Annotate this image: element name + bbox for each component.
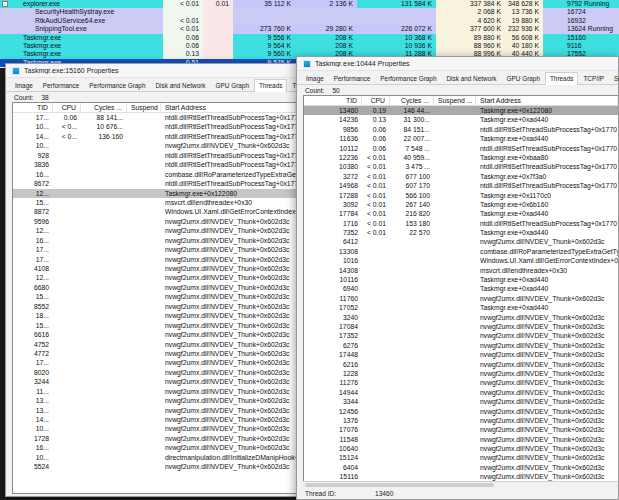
thread-row[interactable]: 11... nvwgf2umx.dll!NVDEV_Thunk+0x602d3c [13, 387, 296, 396]
thread-row[interactable]: 16... nvwgf2umx.dll!NVDEV_Thunk+0x602d3c [13, 443, 296, 452]
thread-row[interactable]: 17... nvwgf2umx.dll!NVDEV_Thunk+0x602d3c [13, 255, 296, 264]
thread-row[interactable]: 11276 nvwgf2umx.dll!NVDEV_Thunk+0x602d3c [304, 378, 618, 387]
right-window-titlebar[interactable]: Taskmgr.exe:10444 Properties [297, 57, 618, 71]
thread-row[interactable]: 1376 nvwgf2umx.dll!NVDEV_Thunk+0x602d3c [304, 416, 618, 425]
column-header-cycles[interactable]: Cycles ... [390, 96, 434, 105]
thread-row[interactable]: 15... msvcrt.dll!endthreadex+0x30 [13, 198, 296, 207]
process-row[interactable]: - Taskmgr.exe 0.06 9 556 K 208 K 10 368 … [0, 34, 619, 42]
column-header-tid[interactable]: TID [304, 96, 362, 105]
thread-row[interactable]: 10380 < 0.01 3 475 ... ntdll.dll!RtlSetT… [304, 162, 618, 171]
thread-row[interactable]: 928 ntdll.dll!RtlSetThreadSubProcessTag+… [13, 151, 296, 160]
thread-row[interactable]: 4772 nvwgf2umx.dll!NVDEV_Thunk+0x602d3c [13, 349, 296, 358]
process-row[interactable]: - explorer.exe < 0.01 0.01 35 112 K 2 13… [0, 0, 619, 8]
column-header-cpu[interactable]: CPU [362, 96, 390, 105]
thread-row[interactable]: 4108 nvwgf2umx.dll!NVDEV_Thunk+0x602d3c [13, 264, 296, 273]
thread-row[interactable]: 3272 < 0.01 677 100 Taskmgr.exe+0x7f3a0 [304, 172, 618, 181]
thread-row[interactable]: 17448 nvwgf2umx.dll!NVDEV_Thunk+0x602d3c [304, 350, 618, 359]
process-row[interactable]: - SnippingTool.exe < 0.01 273 760 K 29 2… [0, 25, 619, 33]
column-header-suspend[interactable]: Suspend ... [434, 96, 476, 105]
process-row[interactable]: - Taskmgr.exe 0.06 9 564 K 208 K 10 936 … [0, 42, 619, 50]
tab-security[interactable]: Security [609, 72, 619, 85]
thread-row[interactable]: 10112 0.06 7 548 ... ntdll.dll!RtlSetThr… [304, 144, 618, 153]
thread-row[interactable]: 14308 msvcrt.dll!endthreadex+0x30 [304, 266, 618, 275]
tab-gpu-graph[interactable]: GPU Graph [211, 79, 254, 92]
column-header-start-address[interactable]: Start Address [476, 96, 618, 105]
thread-row[interactable]: 1716 < 0.01 153 180 ntdll.dll!RtlSetThre… [304, 219, 618, 228]
thread-row[interactable]: 16... combase.dll!RoParameterizedTypeExt… [13, 170, 296, 179]
tab-gpu-graph[interactable]: GPU Graph [502, 72, 545, 85]
thread-row[interactable]: 17... 0.06 88 141... ntdll.dll!RtlSetThr… [13, 113, 296, 122]
column-header-start-address[interactable]: Start Address [161, 103, 296, 112]
left-window-titlebar[interactable]: Taskmgr.exe:15160 Properties [6, 64, 301, 78]
thread-row[interactable]: 4752 nvwgf2umx.dll!NVDEV_Thunk+0x602d3c [13, 340, 296, 349]
column-header-suspend[interactable]: Suspend ... [127, 103, 161, 112]
thread-row[interactable]: 12... Taskmgr.exe+0x122080 [13, 189, 296, 198]
thread-row[interactable]: 14944 nvwgf2umx.dll!NVDEV_Thunk+0x602d3c [304, 388, 618, 397]
tab-tcp-ip[interactable]: TCP/IP [578, 72, 609, 85]
thread-row[interactable]: 13... nvwgf2umx.dll!NVDEV_Thunk+0x602d3c [13, 406, 296, 415]
thread-row[interactable]: 1728 nvwgf2umx.dll!NVDEV_Thunk+0x602d3c [13, 434, 296, 443]
thread-row[interactable]: 15... nvwgf2umx.dll!NVDEV_Thunk+0x602d3c [13, 292, 296, 301]
thread-row[interactable]: 1016 Windows.UI.Xaml.dll!GetErrorContext… [304, 256, 618, 265]
thread-row[interactable]: 8020 nvwgf2umx.dll!NVDEV_Thunk+0x602d3c [13, 368, 296, 377]
thread-row[interactable]: 9856 0.06 84 151... ntdll.dll!RtlSetThre… [304, 125, 618, 134]
thread-row[interactable]: 14... < 0... 136 160 ntdll.dll!RtlSetThr… [13, 132, 296, 141]
thread-row[interactable]: 12236 < 0.01 40 959... Taskmgr.exe+0xbaa… [304, 153, 618, 162]
column-header-cycles[interactable]: Cycles ... [81, 103, 127, 112]
tab-threads[interactable]: Threads [254, 79, 287, 93]
thread-row[interactable]: 15... nvwgf2umx.dll!NVDEV_Thunk+0x602d3c [13, 321, 296, 330]
thread-row[interactable]: 16... nvwgf2umx.dll!NVDEV_Thunk+0x602d3c [13, 236, 296, 245]
thread-row[interactable]: 17... nvwgf2umx.dll!NVDEV_Thunk+0x602d3c [13, 245, 296, 254]
thread-row[interactable]: 8872 Windows.UI.Xaml.dll!GetErrorContext… [13, 207, 296, 216]
scrollbar-thumb[interactable] [305, 483, 494, 487]
column-header-cpu[interactable]: CPU [53, 103, 81, 112]
thread-row[interactable]: 10... nvwgf2umx.dll!NVDEV_Thunk+0x602d3c [13, 424, 296, 433]
thread-row[interactable]: 14968 < 0.01 607 170 ntdll.dll!RtlSetThr… [304, 181, 618, 190]
thread-row[interactable]: 7352 < 0.01 22 570 Taskmgr.exe+0xad440 [304, 228, 618, 237]
tab-disk-and-network[interactable]: Disk and Network [441, 72, 501, 85]
thread-row[interactable]: 11760 nvwgf2umx.dll!NVDEV_Thunk+0x602d3c [304, 294, 618, 303]
tab-threads[interactable]: Threads [545, 72, 578, 86]
thread-row[interactable]: 10116 Taskmgr.exe+0xad440 [304, 275, 618, 284]
thread-row[interactable]: 17076 nvwgf2umx.dll!NVDEV_Thunk+0x602d3c [304, 425, 618, 434]
tab-performance-graph[interactable]: Performance Graph [375, 72, 441, 85]
thread-row[interactable]: 12456 nvwgf2umx.dll!NVDEV_Thunk+0x602d3c [304, 407, 618, 416]
thread-row[interactable]: 3244 nvwgf2umx.dll!NVDEV_Thunk+0x602d3c [13, 377, 296, 386]
thread-row[interactable]: 10... nvwgf2umx.dll!NVDEV_Thunk+0x602d3c [13, 141, 296, 150]
tab-performance[interactable]: Performance [38, 79, 85, 92]
horizontal-scrollbar[interactable] [303, 481, 618, 487]
column-header-tid[interactable]: TID [13, 103, 53, 112]
thread-row[interactable]: 6680 nvwgf2umx.dll!NVDEV_Thunk+0x602d3c [13, 283, 296, 292]
thread-row[interactable]: 6404 nvwgf2umx.dll!NVDEV_Thunk+0x602d3c [304, 463, 618, 472]
thread-row[interactable]: 13... nvwgf2umx.dll!NVDEV_Thunk+0x602d3c [13, 396, 296, 405]
thread-row[interactable]: 14236 0.13 31 300... Taskmgr.exe+0xad440 [304, 115, 618, 124]
thread-row[interactable]: 3344 nvwgf2umx.dll!NVDEV_Thunk+0x602d3c [304, 397, 618, 406]
thread-row[interactable]: 6616 nvwgf2umx.dll!NVDEV_Thunk+0x602d3c [13, 330, 296, 339]
thread-row[interactable]: 12... nvwgf2umx.dll!NVDEV_Thunk+0x602d3c [13, 273, 296, 282]
thread-row[interactable]: 6276 nvwgf2umx.dll!NVDEV_Thunk+0x602d3c [304, 341, 618, 350]
thread-row[interactable]: 17784 < 0.01 216 820 Taskmgr.exe+0xad440 [304, 209, 618, 218]
tab-image[interactable]: Image [301, 72, 329, 85]
thread-row[interactable]: 11548 nvwgf2umx.dll!NVDEV_Thunk+0x602d3c [304, 435, 618, 444]
thread-row[interactable]: 13308 combase.dll!RoParameterizedTypeExt… [304, 247, 618, 256]
thread-row[interactable]: 15124 nvwgf2umx.dll!NVDEV_Thunk+0x602d3c [304, 453, 618, 462]
tab-performance[interactable]: Performance [329, 72, 376, 85]
thread-row[interactable]: 14... nvwgf2umx.dll!NVDEV_Thunk+0x602d3c [13, 415, 296, 424]
thread-row[interactable]: 1228 nvwgf2umx.dll!NVDEV_Thunk+0x602d3c [304, 369, 618, 378]
thread-row[interactable]: 3240 nvwgf2umx.dll!NVDEV_Thunk+0x602d3c [304, 313, 618, 322]
thread-row[interactable]: 6940 Taskmgr.exe+0xad440 [304, 284, 618, 293]
thread-row[interactable]: 17352 nvwgf2umx.dll!NVDEV_Thunk+0x602d3c [304, 331, 618, 340]
thread-row[interactable]: 10... < 0... 10 676... ntdll.dll!RtlSetT… [13, 122, 296, 131]
process-row[interactable]: - SecurityHealthSystray.exe 2 068 K 13 7… [0, 8, 619, 16]
thread-row[interactable]: 11636 0.06 22 007... Taskmgr.exe+0xad440 [304, 134, 618, 143]
thread-row[interactable]: 8552 nvwgf2umx.dll!NVDEV_Thunk+0x602d3c [13, 302, 296, 311]
thread-row[interactable]: 17084 nvwgf2umx.dll!NVDEV_Thunk+0x602d3c [304, 322, 618, 331]
process-row[interactable]: - RtkAudUService64.exe < 0.01 4 620 K 19… [0, 17, 619, 25]
tab-disk-and-network[interactable]: Disk and Network [150, 79, 210, 92]
thread-row[interactable]: 17... nvwgf2umx.dll!NVDEV_Thunk+0x602d3c [13, 358, 296, 367]
thread-row[interactable]: 3836 ntdll.dll!RtlSetThreadSubProcessTag… [13, 160, 296, 169]
thread-row[interactable]: 10... directmanipulation.dll!InitializeD… [13, 453, 296, 462]
thread-row[interactable]: 6412 nvwgf2umx.dll!NVDEV_Thunk+0x602d3c [304, 237, 618, 246]
thread-row[interactable]: 6216 nvwgf2umx.dll!NVDEV_Thunk+0x602d3c [304, 360, 618, 369]
tab-performance-graph[interactable]: Performance Graph [84, 79, 150, 92]
